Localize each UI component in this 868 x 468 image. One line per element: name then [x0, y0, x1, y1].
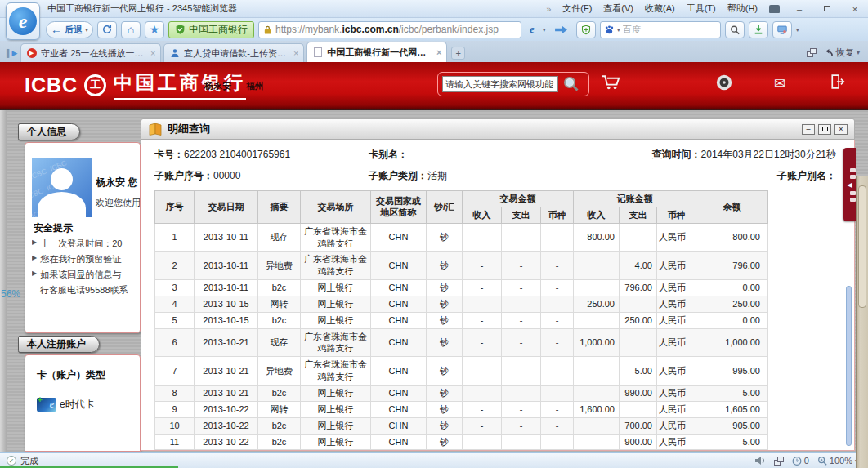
- restore-dropdown-icon[interactable]: ▾: [857, 49, 860, 56]
- bank-search-icon[interactable]: [562, 75, 580, 93]
- search-engine-dropdown-icon[interactable]: ▾: [617, 26, 620, 33]
- mail-button[interactable]: ✉: [774, 75, 785, 92]
- close-button[interactable]: ×: [847, 2, 863, 15]
- bank-search-box[interactable]: [437, 72, 589, 96]
- ad-block-counter[interactable]: 0: [792, 456, 809, 466]
- menu-overflow-icon[interactable]: »: [546, 4, 551, 14]
- zoom-control[interactable]: 100% ▾: [817, 456, 858, 466]
- account-card-item[interactable]: e时代卡: [37, 398, 95, 412]
- tab-group-icon[interactable]: [807, 48, 817, 57]
- logout-button[interactable]: [830, 74, 845, 90]
- ie-dropdown-icon[interactable]: ▾: [543, 26, 546, 33]
- card-number: 622203 2104001765961: [184, 149, 290, 160]
- panel-maximize-button[interactable]: [818, 124, 831, 135]
- table-cell: -: [463, 385, 502, 401]
- table-cell: -: [502, 357, 541, 386]
- bank-search-input[interactable]: [442, 76, 558, 92]
- browser-tab[interactable]: 宜人贷申请借款-上传资料证明×: [163, 43, 304, 62]
- page-left-edge: [0, 110, 7, 452]
- table-body: 12013-10-11现存广东省珠海市金鸡路支行CHN钞---800.00人民币…: [155, 223, 768, 451]
- sidebar-user-name: 杨永安 您: [96, 176, 137, 189]
- security-tip: 行客服电话95588联系: [32, 284, 141, 296]
- table-cell: CHN: [371, 312, 427, 328]
- panel-minimize-button[interactable]: –: [802, 124, 815, 135]
- security-check-button[interactable]: [576, 21, 596, 38]
- table-cell: 网上银行: [301, 417, 371, 434]
- tab-close-icon[interactable]: ×: [150, 48, 155, 58]
- menu-item[interactable]: 收藏(A): [645, 2, 675, 15]
- sidebar-tab-registered-accounts[interactable]: 本人注册账户: [18, 336, 100, 353]
- forward-button[interactable]: [550, 21, 572, 38]
- table-cell: 广东省珠海市金鸡路支行: [301, 252, 371, 280]
- table-cell: 钞: [427, 401, 463, 417]
- quick-search-box[interactable]: ▾: [600, 21, 721, 38]
- table-cell: 网上银行: [301, 280, 371, 296]
- tip-bullet-icon: ▶: [32, 269, 37, 281]
- tab-close-icon[interactable]: ×: [436, 47, 441, 57]
- minimize-button[interactable]: –: [791, 2, 808, 15]
- address-bar[interactable]: https://mybank.icbc.com.cn/icbc/perbank/…: [258, 21, 521, 38]
- back-dropdown-icon[interactable]: ▾: [85, 26, 88, 33]
- site-identity-badge[interactable]: 中国工商银行: [168, 21, 254, 38]
- collapse-side-panel-tab[interactable]: ◀: [843, 148, 856, 221]
- quick-search-input[interactable]: [623, 25, 693, 34]
- refresh-button[interactable]: [97, 21, 117, 38]
- panel-scrollbar[interactable]: [846, 286, 852, 446]
- table-cell: 800.00: [696, 223, 768, 252]
- table-cell: 2013-10-21: [195, 328, 258, 357]
- screenshot-dropdown-icon[interactable]: ▾: [796, 26, 799, 33]
- table-cell: -: [463, 357, 502, 386]
- back-button[interactable]: ← 后退 ▾: [46, 21, 93, 38]
- skin-icon[interactable]: [769, 5, 780, 13]
- table-cell: 钞: [427, 280, 463, 296]
- menu-item[interactable]: 工具(T): [687, 2, 716, 15]
- table-cell: 网上银行: [301, 434, 371, 450]
- icbc-logo-en: ICBC: [25, 74, 78, 97]
- table-cell: 钞: [427, 434, 463, 450]
- table-row: 92013-10-22网转网上银行CHN钞---1,600.00人民币1,605…: [155, 401, 768, 417]
- security-tip: ▶您在我行的预留验证: [32, 253, 141, 265]
- cart-button[interactable]: [601, 74, 622, 91]
- bank-card-icon: [37, 398, 56, 412]
- menu-item[interactable]: 查看(V): [603, 2, 633, 15]
- screenshot-button[interactable]: [772, 21, 792, 38]
- table-cell: 现存: [258, 223, 301, 252]
- table-row: 42013-10-15网转网上银行CHN钞---250.00人民币250.00: [155, 296, 768, 312]
- tab-close-icon[interactable]: ×: [293, 48, 298, 58]
- browser-logo-icon[interactable]: e: [6, 2, 40, 40]
- table-row: 62013-10-21现存广东省珠海市金鸡路支行CHN钞---1,000.00人…: [155, 328, 768, 357]
- icbc-logo-mark-icon: 工: [84, 74, 106, 96]
- table-cell: 人民币: [657, 223, 696, 252]
- tip-text: 行客服电话95588联系: [40, 284, 128, 296]
- favorites-button[interactable]: ★: [145, 21, 164, 38]
- detail-query-icon: [148, 123, 163, 136]
- panel-close-button[interactable]: ×: [834, 124, 848, 135]
- lock-icon: [263, 25, 272, 35]
- maximize-button[interactable]: [819, 2, 835, 15]
- browser-tab[interactable]: 中国工商银行新一代网上银行×: [306, 42, 447, 62]
- ie-mode-button[interactable]: e: [526, 21, 539, 38]
- mute-button[interactable]: [754, 456, 766, 466]
- table-cell: 网上银行: [301, 312, 371, 328]
- table-cell: CHN: [371, 296, 427, 312]
- home-button[interactable]: ⌂: [121, 21, 141, 38]
- menu-item[interactable]: 文件(F): [562, 2, 592, 15]
- right-side-panel-edge[interactable]: [856, 176, 868, 468]
- window-switch-icon[interactable]: [774, 457, 784, 466]
- tab-list-icon[interactable]: ▌▶: [7, 49, 17, 57]
- restore-tabs-button[interactable]: 恢复 ▾: [823, 47, 860, 59]
- new-tab-button[interactable]: +: [451, 47, 465, 60]
- sidebar-tab-personal-info[interactable]: 个人信息: [18, 123, 80, 140]
- menu-item[interactable]: 帮助(H): [727, 2, 758, 15]
- search-go-button[interactable]: [725, 21, 745, 38]
- table-cell: 250.00: [620, 312, 657, 328]
- download-button[interactable]: [749, 21, 768, 38]
- broadcast-button[interactable]: [715, 74, 733, 91]
- table-cell: 钞: [427, 312, 463, 328]
- table-cell: 人民币: [657, 280, 696, 296]
- table-cell: -: [541, 401, 574, 417]
- table-cell: 钞: [427, 450, 463, 451]
- browser-tab[interactable]: ▶守业者 25一在线播放一《...×: [20, 43, 161, 62]
- table-cell: -: [541, 357, 574, 386]
- table-header: 序号 交易日期 摘要 交易场所 交易国家或地区简称 钞/汇 交易金额 记账金额 …: [155, 191, 768, 224]
